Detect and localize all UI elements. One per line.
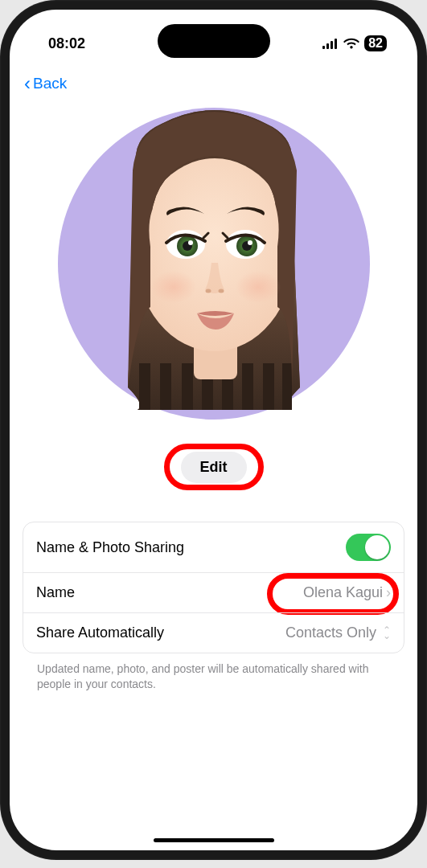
- row-share-automatically[interactable]: Share Automatically Contacts Only ⌃⌄: [23, 612, 404, 653]
- row-name[interactable]: Name Olena Kagui ›: [23, 572, 404, 612]
- row-label: Name & Photo Sharing: [36, 539, 184, 556]
- row-label: Name: [36, 584, 75, 601]
- status-time: 08:02: [48, 35, 85, 52]
- svg-rect-4: [139, 363, 150, 410]
- wifi-icon: [343, 38, 359, 49]
- dynamic-island: [158, 24, 270, 58]
- svg-point-15: [236, 271, 281, 303]
- svg-rect-0: [322, 46, 325, 49]
- svg-point-22: [188, 240, 193, 245]
- svg-rect-11: [282, 363, 292, 410]
- footer-description: Updated name, photo, and poster will be …: [23, 653, 404, 692]
- svg-rect-1: [326, 43, 329, 49]
- memoji-image: [89, 106, 339, 411]
- selector-arrows-icon: ⌃⌄: [383, 628, 391, 639]
- svg-point-25: [218, 289, 224, 293]
- battery-level: 82: [364, 35, 387, 51]
- svg-rect-2: [331, 41, 333, 49]
- svg-rect-3: [335, 39, 337, 49]
- row-label: Share Automatically: [36, 624, 164, 641]
- svg-rect-9: [242, 363, 253, 410]
- cellular-signal-icon: [322, 39, 339, 49]
- back-button[interactable]: ‹ Back: [24, 72, 67, 95]
- row-name-photo-sharing[interactable]: Name & Photo Sharing: [23, 522, 404, 572]
- chevron-right-icon: ›: [386, 584, 391, 601]
- content: Edit Name & Photo Sharing Name Olena Kag…: [10, 103, 417, 692]
- edit-button[interactable]: Edit: [181, 452, 247, 483]
- screen: 08:02 82 ‹ Back: [10, 10, 417, 850]
- home-indicator[interactable]: [154, 838, 274, 842]
- navigation-bar: ‹ Back: [10, 58, 417, 103]
- name-value: Olena Kagui: [303, 584, 383, 601]
- svg-point-24: [205, 289, 211, 293]
- auto-value: Contacts Only: [285, 624, 376, 641]
- back-label: Back: [33, 75, 67, 92]
- svg-rect-5: [160, 363, 171, 410]
- settings-group: Name & Photo Sharing Name Olena Kagui › …: [23, 522, 404, 653]
- svg-rect-6: [182, 363, 193, 410]
- toggle-knob: [365, 535, 389, 559]
- device-frame: 08:02 82 ‹ Back: [0, 0, 427, 860]
- avatar[interactable]: [58, 108, 370, 420]
- svg-rect-10: [263, 363, 274, 410]
- svg-point-23: [248, 240, 253, 245]
- avatar-container: [23, 103, 404, 420]
- svg-point-14: [151, 271, 196, 303]
- status-indicators: 82: [322, 35, 387, 51]
- sharing-toggle[interactable]: [346, 534, 391, 561]
- chevron-left-icon: ‹: [24, 72, 31, 95]
